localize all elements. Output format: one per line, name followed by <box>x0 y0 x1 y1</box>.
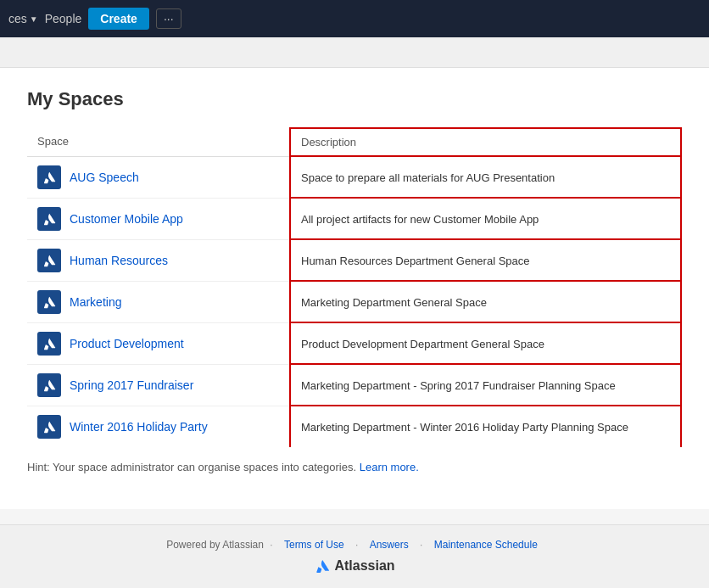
space-logo-icon <box>42 336 57 351</box>
space-link[interactable]: Human Resources <box>70 254 168 267</box>
col-description-header: Description <box>290 128 681 156</box>
nav-spaces-text: ces <box>8 12 27 25</box>
nav-spaces[interactable]: ces ▼ <box>8 12 38 25</box>
table-row: Customer Mobile App All project artifact… <box>27 198 681 239</box>
description-cell: All project artifacts for new Customer M… <box>290 198 681 239</box>
breadcrumb-bar <box>0 37 709 68</box>
nav-people[interactable]: People <box>45 12 82 25</box>
navbar: ces ▼ People Create ··· <box>0 0 709 37</box>
space-link[interactable]: Winter 2016 Holiday Party <box>70 420 208 434</box>
col-space-header: Space <box>27 128 290 156</box>
space-link[interactable]: Product Development <box>70 337 184 350</box>
answers-link[interactable]: Answers <box>370 539 409 551</box>
more-button[interactable]: ··· <box>156 8 181 29</box>
space-icon <box>37 165 61 189</box>
description-cell: Space to prepare all materials for AUG P… <box>290 156 681 198</box>
description-text: Space to prepare all materials for AUG P… <box>301 171 555 184</box>
space-cell: AUG Speech <box>27 156 290 198</box>
page-title: My Spaces <box>27 88 682 110</box>
description-text: Marketing Department - Spring 2017 Fundr… <box>301 379 616 392</box>
table-row: Winter 2016 Holiday Party Marketing Depa… <box>27 406 681 447</box>
table-row: Human Resources Human Resources Departme… <box>27 239 681 281</box>
table-row: AUG Speech Space to prepare all material… <box>27 156 681 198</box>
create-button[interactable]: Create <box>88 8 149 30</box>
space-cell: Human Resources <box>27 239 290 281</box>
table-row: Marketing Marketing Department General S… <box>27 281 681 322</box>
learn-more-link[interactable]: Learn more. <box>360 461 419 473</box>
space-cell: Winter 2016 Holiday Party <box>27 406 290 447</box>
space-logo-icon <box>42 378 57 393</box>
space-name-cell: Human Resources <box>37 249 279 272</box>
sep1: · <box>270 539 272 551</box>
space-cell: Customer Mobile App <box>27 198 290 239</box>
space-cell: Product Development <box>27 322 290 364</box>
description-text: Human Resources Department General Space <box>301 255 530 267</box>
space-icon <box>37 415 61 439</box>
footer: Powered by Atlassian · Terms of Use · An… <box>0 524 709 588</box>
atlassian-logo: Atlassian <box>14 557 695 574</box>
description-text: All project artifacts for new Customer M… <box>301 213 539 226</box>
space-name-cell: Marketing <box>37 290 279 314</box>
description-cell: Human Resources Department General Space <box>290 239 681 281</box>
space-icon <box>37 373 61 397</box>
hint-text: Hint: Your space administrator can organ… <box>27 461 682 473</box>
atlassian-text: Atlassian <box>334 558 394 574</box>
space-cell: Marketing <box>27 281 290 322</box>
terms-link[interactable]: Terms of Use <box>284 539 344 551</box>
description-cell: Marketing Department - Winter 2016 Holid… <box>290 406 681 447</box>
table-header-row: Space Description <box>27 128 681 156</box>
maintenance-link[interactable]: Maintenance Schedule <box>434 539 538 551</box>
description-text: Marketing Department - Winter 2016 Holid… <box>301 421 628 434</box>
space-name-cell: AUG Speech <box>37 165 279 189</box>
description-text: Marketing Department General Space <box>301 296 487 309</box>
space-icon <box>37 290 61 314</box>
description-text: Product Development Department General S… <box>301 338 544 350</box>
space-link[interactable]: Customer Mobile App <box>70 212 183 226</box>
nav-chevron-icon: ▼ <box>30 14 38 24</box>
space-icon <box>37 249 61 272</box>
space-logo-icon <box>42 294 57 310</box>
sep2: · <box>355 539 358 551</box>
description-cell: Marketing Department General Space <box>290 281 681 322</box>
space-link[interactable]: AUG Speech <box>70 171 139 184</box>
description-cell: Marketing Department - Spring 2017 Fundr… <box>290 364 681 406</box>
sep3: · <box>420 539 422 551</box>
space-link[interactable]: Marketing <box>70 295 121 309</box>
space-cell: Spring 2017 Fundraiser <box>27 364 290 406</box>
footer-links: Powered by Atlassian · Terms of Use · An… <box>14 539 695 551</box>
space-link[interactable]: Spring 2017 Fundraiser <box>70 378 193 392</box>
table-row: Spring 2017 Fundraiser Marketing Departm… <box>27 364 681 406</box>
space-icon <box>37 332 61 356</box>
space-logo-icon <box>42 211 57 227</box>
space-name-cell: Winter 2016 Holiday Party <box>37 415 279 439</box>
space-icon <box>37 207 61 231</box>
hint-main: Hint: Your space administrator can organ… <box>27 461 356 473</box>
space-logo-icon <box>42 419 57 434</box>
powered-by: Powered by Atlassian <box>166 539 264 551</box>
description-cell: Product Development Department General S… <box>290 322 681 364</box>
table-row: Product Development Product Development … <box>27 322 681 364</box>
atlassian-icon <box>314 557 331 574</box>
space-logo-icon <box>42 170 57 185</box>
space-name-cell: Spring 2017 Fundraiser <box>37 373 279 397</box>
space-logo-icon <box>42 253 57 268</box>
space-name-cell: Product Development <box>37 332 279 356</box>
space-name-cell: Customer Mobile App <box>37 207 279 231</box>
spaces-table: Space Description AUG Speech Space to pr… <box>27 127 682 447</box>
content-area: My Spaces Space Description AUG Speech S… <box>0 68 709 509</box>
